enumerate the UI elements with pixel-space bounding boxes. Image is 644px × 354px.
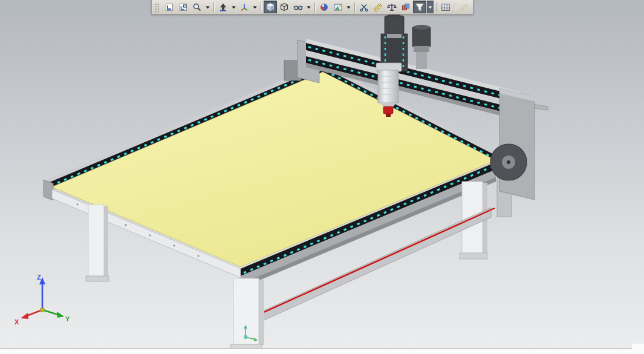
toolbar-separator — [314, 2, 315, 12]
front-leg[interactable] — [230, 278, 264, 349]
triad-origin-ball — [40, 307, 44, 312]
triad-z-label: Z — [37, 274, 41, 281]
triad-y-label: Y — [65, 315, 70, 323]
design-table-button[interactable] — [439, 1, 452, 13]
cnc-router-model[interactable] — [44, 11, 548, 349]
mass-properties-button[interactable] — [385, 1, 398, 13]
edit-sketch-button — [458, 1, 471, 13]
triad-x-label: X — [15, 318, 19, 326]
hide-show-items-button-dropdown[interactable] — [305, 1, 312, 13]
magnifier-icon — [192, 2, 202, 12]
arrow-up-icon — [218, 2, 228, 12]
toolbar-separator — [213, 2, 214, 12]
chevron-down-icon — [205, 2, 210, 13]
zoom-to-fit-button[interactable] — [163, 1, 176, 13]
chevron-down-icon — [252, 2, 258, 13]
toolbar-separator — [261, 2, 261, 12]
heads-up-toolbar — [151, 0, 473, 15]
table-icon — [441, 2, 450, 12]
left-leg[interactable] — [86, 205, 109, 281]
zoom-fit-icon — [164, 2, 174, 12]
edit-appearance-button[interactable] — [317, 1, 331, 13]
scene-icon — [333, 2, 343, 12]
glasses-icon — [293, 2, 303, 12]
toolbar-separator — [455, 2, 455, 12]
spindle-body — [378, 70, 398, 103]
display-style-shaded-button[interactable] — [264, 1, 277, 13]
pencil-icon — [460, 2, 469, 12]
display-style-wireframe-button[interactable] — [278, 1, 291, 13]
viewport-corner — [632, 344, 644, 354]
triad-y-arrowhead — [57, 312, 64, 318]
triad-icon — [239, 2, 249, 12]
graphics-viewport[interactable]: Z X Y — [0, 0, 644, 354]
normal-to-button-dropdown[interactable] — [230, 1, 237, 13]
zoom-to-area-button[interactable] — [177, 1, 190, 13]
shaded-cube-icon — [265, 2, 275, 12]
measure-icon — [373, 2, 383, 12]
view-orientation-button-dropdown[interactable] — [252, 1, 258, 13]
reference-triad: Z X Y — [15, 274, 70, 326]
hide-show-items-button[interactable] — [291, 1, 305, 13]
selection-filter-button[interactable] — [413, 1, 426, 13]
status-strip — [0, 348, 644, 354]
view-orientation-button[interactable] — [238, 1, 251, 13]
spindle-assembly[interactable] — [376, 11, 408, 117]
y-axis-motor[interactable] — [412, 25, 431, 69]
previous-view-button[interactable] — [190, 1, 204, 13]
selection-filter-button-dropdown[interactable] — [427, 1, 434, 13]
chevron-down-icon — [346, 2, 351, 13]
spindle-collet — [383, 107, 393, 114]
interference-check-button[interactable] — [399, 1, 412, 13]
chevron-down-icon — [428, 2, 433, 13]
chevron-down-icon — [306, 2, 311, 13]
grip-icon — [154, 2, 161, 12]
appearance-icon — [319, 2, 329, 12]
wireframe-cube-icon — [279, 2, 289, 12]
scissors-icon — [359, 2, 369, 12]
funnel-icon — [415, 2, 424, 12]
normal-to-button[interactable] — [216, 1, 230, 13]
toolbar-grip-handle[interactable] — [154, 1, 162, 13]
triad-x-arrowhead — [21, 313, 28, 319]
apply-scene-button[interactable] — [331, 1, 345, 13]
apply-scene-button-dropdown[interactable] — [345, 1, 352, 13]
interference-icon — [401, 2, 411, 12]
section-view-button[interactable] — [357, 1, 371, 13]
toolbar-separator — [436, 2, 437, 12]
toolbar-separator — [354, 2, 355, 12]
z-axis-motor — [385, 16, 404, 36]
chevron-down-icon — [231, 2, 236, 13]
measure-button[interactable] — [371, 1, 385, 13]
zoom-area-icon — [178, 2, 188, 12]
previous-view-button-dropdown[interactable] — [204, 1, 211, 13]
application-window: Z X Y — [0, 0, 644, 354]
mass-properties-icon — [387, 2, 397, 12]
